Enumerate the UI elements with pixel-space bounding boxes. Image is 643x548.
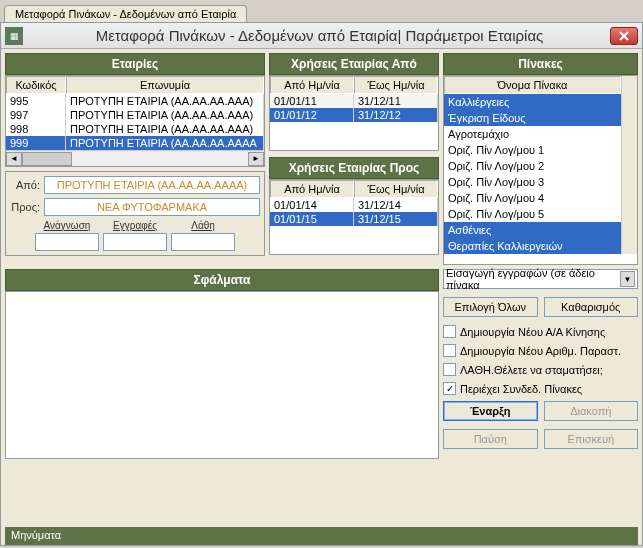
col-name[interactable]: Επωνυμία [66,76,264,94]
tables-head: Πίνακες [443,53,638,75]
tables-col[interactable]: Όνομα Πίνακα [444,76,621,94]
chk-new-aa[interactable]: Δημιουργία Νέου Α/Α Κίνησης [443,325,638,338]
companies-hscroll[interactable]: ◄ ► [6,150,264,166]
pause-button[interactable]: Παύση [443,429,538,449]
chk-linked-label: Περιέχει Συνδεδ. Πίνακες [460,383,582,395]
errors-head: Σφάλματα [5,269,439,291]
table-item[interactable]: Οριζ. Πίν Λογ/μου 4 [444,190,621,206]
insert-mode-text: Εισαγωγή εγγραφών (σε άδειο πίνακα [446,267,620,291]
close-icon [619,31,629,41]
company-code: 997 [6,108,66,122]
company-name: ΠΡΟΤΥΠΗ ΕΤΑΙΡΙΑ (ΑΑ.ΑΑ.ΑΑ.ΑΑΑ) [66,94,264,108]
date-to: 31/12/15 [354,212,438,226]
companies-head: Εταιρίες [5,53,265,75]
tables-grid[interactable]: Όνομα Πίνακα ΚαλλιέργειεςΈγκριση ΕίδουςΑ… [443,75,638,265]
chk-stop-err[interactable]: ΛΑΘΗ.Θέλετε να σταματήσει; [443,363,638,376]
messages-bar: Μηνύματα [5,527,638,545]
to-label: Προς: [10,201,44,213]
chk-new-doc[interactable]: Δημιουργία Νέου Αριθμ. Παραστ. [443,344,638,357]
date-from: 01/01/12 [270,108,354,122]
date-to: 31/12/12 [354,108,438,122]
source-box: Από: ΠΡΟΤΥΠΗ ΕΤΑΙΡΙΑ (ΑΑ.ΑΑ.ΑΑ.ΑΑΑΑ) Προ… [5,171,265,256]
from-label: Από: [10,179,44,191]
window-tab[interactable]: Μεταφορά Πινάκων - Δεδομένων από Εταιρία [4,5,247,22]
scroll-thumb[interactable] [22,152,72,166]
company-code: 998 [6,122,66,136]
clear-button[interactable]: Καθαρισμός [544,297,639,317]
tables-vscroll[interactable] [621,76,637,254]
close-button[interactable] [610,27,638,45]
table-item[interactable]: Οριζ. Πίν Λογ/μου 5 [444,206,621,222]
chk-linked[interactable]: Περιέχει Συνδεδ. Πίνακες [443,382,638,395]
stop-button[interactable]: Διακοπή [544,401,639,421]
repair-button[interactable]: Επισκευή [544,429,639,449]
date-from: 01/01/11 [270,94,354,108]
chk-new-doc-label: Δημιουργία Νέου Αριθμ. Παραστ. [460,345,621,357]
company-row[interactable]: 998ΠΡΟΤΥΠΗ ΕΤΑΙΡΙΑ (ΑΑ.ΑΑ.ΑΑ.ΑΑΑ) [6,122,264,136]
read-label: Ανάγνωση [35,220,99,231]
errors-body [5,291,439,459]
company-code: 995 [6,94,66,108]
company-name: ΠΡΟΤΥΠΗ ΕΤΑΙΡΙΑ (ΑΑ.ΑΑ.ΑΑ.ΑΑΑ) [66,108,264,122]
checkbox-icon [443,344,456,357]
chk-stop-err-label: ΛΑΘΗ.Θέλετε να σταματήσει; [460,364,603,376]
uses-from-head: Χρήσεις Εταιρίας Από [269,53,439,75]
table-item[interactable]: Οριζ. Πίν Λογ/μου 1 [444,142,621,158]
from-value: ΠΡΟΤΥΠΗ ΕΤΑΙΡΙΑ (ΑΑ.ΑΑ.ΑΑ.ΑΑΑΑ) [44,176,260,194]
company-name: ΠΡΟΤΥΠΗ ΕΤΑΙΡΙΑ (ΑΑ.ΑΑ.ΑΑ.ΑΑΑΑ [66,136,264,150]
date-from: 01/01/14 [270,198,354,212]
table-item[interactable]: Ασθένιες [444,222,621,238]
ut-col-to[interactable]: Έως Ημ/νία [354,180,438,198]
date-to: 31/12/11 [354,94,438,108]
uses-from-row[interactable]: 01/01/1131/12/11 [270,94,438,108]
uses-to-grid[interactable]: Από Ημ/νία Έως Ημ/νία 01/01/1431/12/1401… [269,179,439,255]
table-item[interactable]: Θεραπίες Καλλιεργειών [444,238,621,254]
uf-col-to[interactable]: Έως Ημ/νία [354,76,438,94]
main-window: ▦ Μεταφορά Πινάκων - Δεδομένων από Εταιρ… [0,22,643,546]
app-icon: ▦ [5,27,23,45]
uses-from-grid[interactable]: Από Ημ/νία Έως Ημ/νία 01/01/1131/12/1101… [269,75,439,151]
date-to: 31/12/14 [354,198,438,212]
checkbox-icon [443,363,456,376]
title-bar: ▦ Μεταφορά Πινάκων - Δεδομένων από Εταιρ… [1,23,642,49]
start-button[interactable]: Έναρξη [443,401,538,421]
scroll-left-icon[interactable]: ◄ [6,152,22,166]
chevron-down-icon: ▼ [620,271,635,287]
company-row[interactable]: 997ΠΡΟΤΥΠΗ ΕΤΑΙΡΙΑ (ΑΑ.ΑΑ.ΑΑ.ΑΑΑ) [6,108,264,122]
table-item[interactable]: Οριζ. Πίν Λογ/μου 3 [444,174,621,190]
table-item[interactable]: Έγκριση Είδους [444,110,621,126]
to-value: ΝΕΑ ΦΥΤΟΦΑΡΜΑΚΑ [44,198,260,216]
companies-grid[interactable]: Κωδικός Επωνυμία 995ΠΡΟΤΥΠΗ ΕΤΑΙΡΙΑ (ΑΑ.… [5,75,265,167]
company-row[interactable]: 999ΠΡΟΤΥΠΗ ΕΤΑΙΡΙΑ (ΑΑ.ΑΑ.ΑΑ.ΑΑΑΑ [6,136,264,150]
writes-label: Εγγραφές [103,220,167,231]
checkbox-icon [443,325,456,338]
errors-label: Λάθη [171,220,235,231]
scroll-right-icon[interactable]: ► [248,152,264,166]
uf-col-from[interactable]: Από Ημ/νία [270,76,354,94]
uses-to-head: Χρήσεις Εταιρίας Προς [269,157,439,179]
read-field [35,233,99,251]
table-item[interactable]: Καλλιέργειες [444,94,621,110]
company-code: 999 [6,136,66,150]
errors-field [171,233,235,251]
company-row[interactable]: 995ΠΡΟΤΥΠΗ ΕΤΑΙΡΙΑ (ΑΑ.ΑΑ.ΑΑ.ΑΑΑ) [6,94,264,108]
chk-new-aa-label: Δημιουργία Νέου Α/Α Κίνησης [460,326,605,338]
select-all-button[interactable]: Επιλογή Όλων [443,297,538,317]
table-item[interactable]: Αγροτεμάχιο [444,126,621,142]
insert-mode-combo[interactable]: Εισαγωγή εγγραφών (σε άδειο πίνακα ▼ [443,269,638,289]
writes-field [103,233,167,251]
uses-to-row[interactable]: 01/01/1431/12/14 [270,198,438,212]
ut-col-from[interactable]: Από Ημ/νία [270,180,354,198]
date-from: 01/01/15 [270,212,354,226]
company-name: ΠΡΟΤΥΠΗ ΕΤΑΙΡΙΑ (ΑΑ.ΑΑ.ΑΑ.ΑΑΑ) [66,122,264,136]
window-title: Μεταφορά Πινάκων - Δεδομένων από Εταιρία… [29,27,610,44]
checkbox-icon [443,382,456,395]
uses-to-row[interactable]: 01/01/1531/12/15 [270,212,438,226]
uses-from-row[interactable]: 01/01/1231/12/12 [270,108,438,122]
table-item[interactable]: Οριζ. Πίν Λογ/μου 2 [444,158,621,174]
col-code[interactable]: Κωδικός [6,76,66,94]
